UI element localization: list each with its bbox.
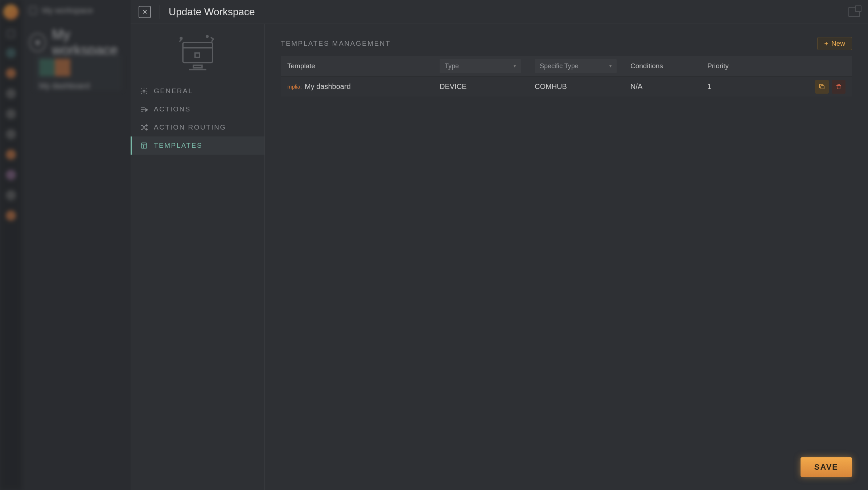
nav-dot — [6, 68, 16, 78]
cell-template: mplia; My dashboard — [287, 82, 440, 91]
settings-sidebar: GENERAL ACTIONS ACTION ROUTING TEMPLATES — [131, 24, 265, 490]
main-content: TEMPLATES MANAGEMENT + New Template Type… — [265, 24, 868, 490]
nav-dot — [6, 89, 16, 99]
sidebar-item-templates[interactable]: TEMPLATES — [131, 136, 264, 155]
copy-icon — [819, 83, 825, 90]
trash-icon — [835, 83, 842, 90]
svg-rect-13 — [821, 86, 824, 89]
template-name: My dashboard — [305, 82, 351, 91]
duplicate-button[interactable] — [815, 80, 829, 94]
bg-nav-rail — [0, 0, 22, 490]
modal-panel: ✕ Update Workspace — [131, 0, 868, 490]
new-button[interactable]: + New — [817, 37, 852, 50]
table-row[interactable]: mplia; My dashboard DEVICE COMHUB N/A 1 — [281, 76, 852, 97]
type-select-label: Type — [445, 62, 459, 70]
nav-dot — [6, 190, 16, 200]
sidebar-item-label: GENERAL — [154, 87, 193, 95]
mini-chart — [39, 59, 118, 76]
list-play-icon — [140, 105, 148, 113]
maximize-icon[interactable] — [848, 7, 860, 17]
new-button-label: New — [831, 40, 845, 48]
background-app: My workspace ▾ My workspace My dashboard — [0, 0, 131, 490]
modal-body: GENERAL ACTIONS ACTION ROUTING TEMPLATES — [131, 24, 868, 490]
shuffle-icon — [140, 123, 148, 131]
card-label: My dashboard — [39, 81, 118, 91]
sidebar-item-label: ACTION ROUTING — [154, 123, 226, 131]
th-conditions: Conditions — [630, 62, 707, 70]
cell-conditions: N/A — [630, 82, 707, 91]
sidebar-item-label: TEMPLATES — [154, 142, 202, 150]
type-select[interactable]: Type ▾ — [440, 59, 521, 73]
nav-dot — [6, 109, 16, 119]
cell-type: DEVICE — [440, 82, 535, 91]
table-header: Template Type ▾ Specific Type ▾ Condit — [281, 56, 852, 76]
svg-point-6 — [143, 90, 145, 92]
chevron-down-icon: ▾ — [514, 64, 516, 69]
nav-dot — [6, 48, 16, 58]
breadcrumb-text: My workspace — [42, 6, 93, 15]
plus-icon: + — [824, 40, 828, 47]
svg-rect-10 — [141, 143, 147, 148]
cell-specific-type: COMHUB — [535, 82, 630, 91]
lock-icon — [29, 7, 37, 15]
template-badge: mplia; — [287, 83, 302, 90]
nav-dot — [6, 129, 16, 139]
close-button[interactable]: ✕ — [139, 6, 151, 18]
templates-table: Template Type ▾ Specific Type ▾ Condit — [281, 56, 852, 97]
nav-dot — [6, 211, 16, 221]
nav-dot — [6, 170, 16, 180]
dashboard-card: My dashboard — [35, 54, 122, 91]
filter-icon: ▾ — [29, 33, 46, 52]
th-template: Template — [287, 62, 440, 70]
templates-icon — [140, 142, 148, 150]
avatar — [3, 4, 18, 20]
save-button[interactable]: SAVE — [801, 457, 852, 477]
sidebar-hero-icon — [131, 24, 264, 82]
specific-type-select[interactable]: Specific Type ▾ — [535, 59, 617, 73]
nav-dot — [6, 150, 16, 160]
breadcrumb: My workspace — [29, 6, 93, 15]
divider — [160, 5, 160, 19]
specific-type-select-label: Specific Type — [540, 62, 579, 70]
page-title-row: ▾ My workspace — [29, 27, 131, 58]
cell-priority: 1 — [707, 82, 809, 91]
chevron-down-icon: ▾ — [609, 64, 612, 69]
th-priority: Priority — [707, 62, 809, 70]
sidebar-nav: GENERAL ACTIONS ACTION ROUTING TEMPLATES — [131, 82, 264, 155]
modal-title: Update Workspace — [169, 6, 255, 18]
svg-rect-2 — [193, 65, 202, 68]
sidebar-item-label: ACTIONS — [154, 105, 191, 113]
close-icon: ✕ — [142, 8, 148, 16]
sidebar-item-action-routing[interactable]: ACTION ROUTING — [131, 118, 264, 136]
sidebar-item-actions[interactable]: ACTIONS — [131, 100, 264, 118]
section-header: TEMPLATES MANAGEMENT + New — [281, 37, 852, 50]
section-title: TEMPLATES MANAGEMENT — [281, 40, 391, 48]
page-title: My workspace — [52, 27, 131, 58]
svg-point-5 — [206, 36, 208, 37]
gear-icon — [140, 87, 148, 95]
sidebar-item-general[interactable]: GENERAL — [131, 82, 264, 100]
menu-icon — [7, 30, 15, 38]
delete-button[interactable] — [832, 80, 846, 94]
modal-header: ✕ Update Workspace — [131, 0, 868, 24]
